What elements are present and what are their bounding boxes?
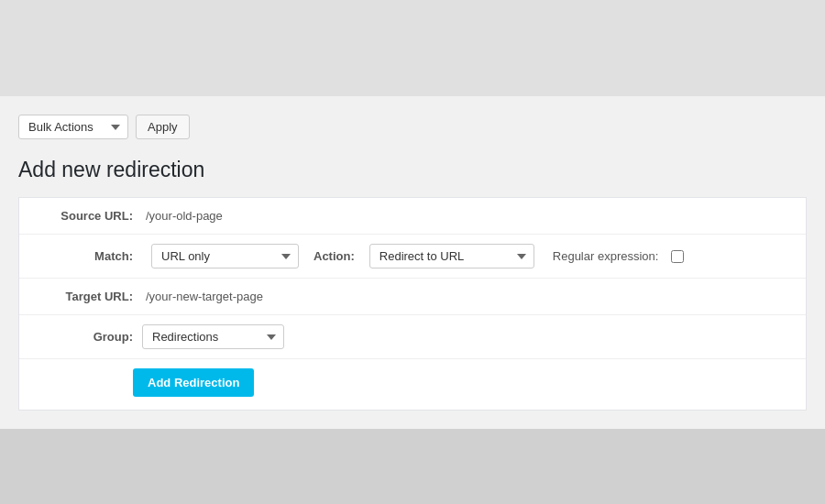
group-select[interactable]: Redirections Modified Posts [142, 324, 284, 349]
match-label: Match: [32, 249, 133, 263]
action-label: Action: [314, 249, 355, 263]
target-url-input[interactable] [142, 288, 793, 305]
bottom-bar [0, 429, 825, 504]
regex-label: Regular expression: [553, 249, 659, 263]
source-url-row: Source URL: [19, 198, 806, 235]
bulk-actions-select[interactable]: Bulk Actions Delete [18, 115, 128, 139]
add-button-row: Add Redirection [19, 359, 806, 410]
group-row: Group: Redirections Modified Posts [19, 315, 806, 359]
add-redirection-button[interactable]: Add Redirection [133, 368, 254, 397]
group-label: Group: [32, 330, 133, 344]
apply-button[interactable]: Apply [136, 115, 190, 139]
match-action-row: Match: URL only URL and login status URL… [19, 235, 806, 279]
toolbar: Bulk Actions Delete Apply [18, 115, 807, 139]
page-title: Add new redirection [18, 158, 807, 182]
top-bar [0, 0, 825, 96]
regex-checkbox[interactable] [671, 250, 684, 263]
match-select[interactable]: URL only URL and login status URL and re… [151, 244, 299, 268]
source-url-label: Source URL: [32, 209, 133, 223]
add-redirection-form: Source URL: Match: URL only URL and logi… [18, 197, 807, 411]
main-content: Bulk Actions Delete Apply Add new redire… [0, 96, 825, 429]
target-url-label: Target URL: [32, 290, 133, 303]
target-url-row: Target URL: [19, 279, 806, 315]
source-url-input[interactable] [142, 207, 793, 225]
action-select[interactable]: Redirect to URL Error (404) Random redir… [369, 244, 534, 268]
